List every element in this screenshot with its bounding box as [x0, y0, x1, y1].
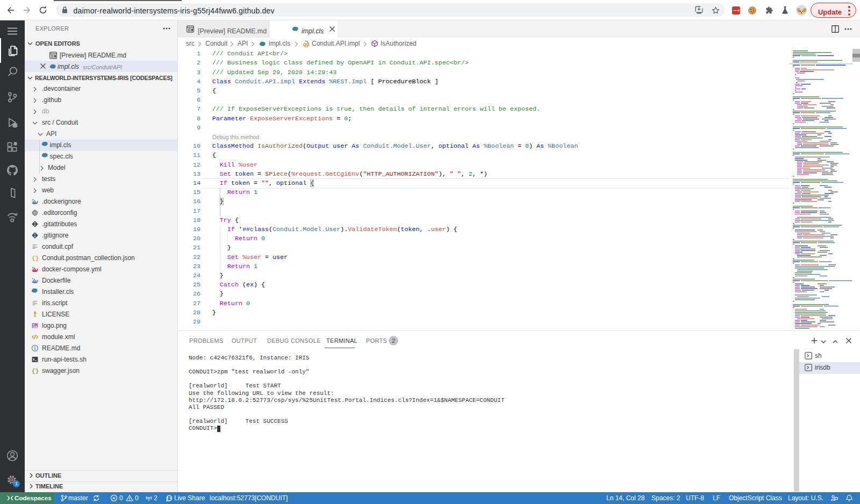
- svg-text:{}: {}: [32, 255, 39, 262]
- svg-text:{}: {}: [32, 368, 39, 375]
